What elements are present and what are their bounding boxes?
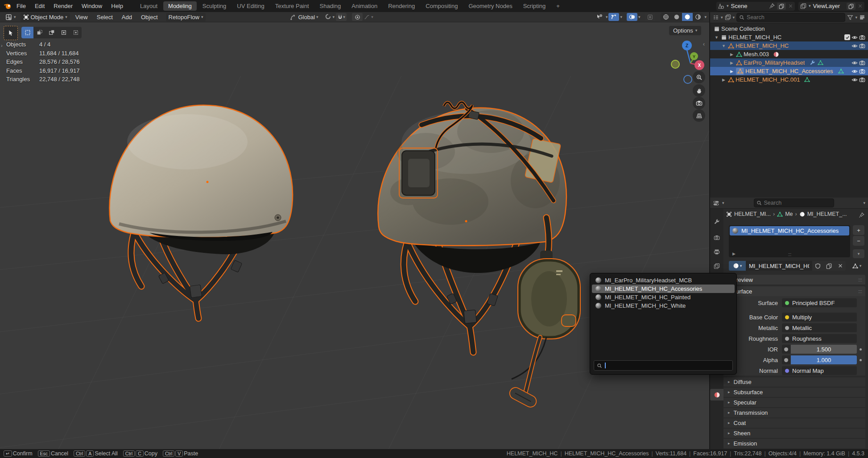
- tab-view-layer[interactable]: [710, 260, 723, 272]
- proportional-editing-toggle[interactable]: [352, 13, 363, 21]
- metallic-input[interactable]: Metallic: [782, 323, 857, 332]
- hide-eye-icon[interactable]: [851, 34, 858, 41]
- ior-slider[interactable]: 1.500: [791, 345, 857, 354]
- popup-item-accessories[interactable]: MI_HELMET_MICH_HC_Accessories: [592, 285, 735, 293]
- outliner-filter-type-icon[interactable]: [725, 14, 731, 21]
- shading-material-preview-button[interactable]: [682, 13, 693, 21]
- viewport-menu-select[interactable]: Select: [93, 13, 116, 21]
- unlink-material-button[interactable]: [835, 261, 846, 271]
- exclude-checkbox[interactable]: [844, 34, 850, 40]
- select-subtract-button[interactable]: [45, 27, 58, 38]
- expander-icon[interactable]: ▼: [714, 35, 719, 40]
- viewlayer-name[interactable]: ViewLayer: [813, 3, 844, 9]
- viewport-menu-add[interactable]: Add: [118, 13, 136, 21]
- tab-material[interactable]: [710, 389, 723, 400]
- add-workspace-button[interactable]: +: [551, 1, 565, 11]
- panel-sheen[interactable]: ▸Sheen: [723, 428, 865, 438]
- material-name-field[interactable]: MI_HELMET_MICH_HC_Accessori...: [746, 261, 812, 271]
- slot-expand-icon[interactable]: ▶: [732, 252, 736, 256]
- retopoflow-menu[interactable]: RetopoFlow ▾: [166, 13, 206, 21]
- material-link-filter-button[interactable]: ▾: [849, 261, 864, 271]
- tab-render[interactable]: [710, 232, 723, 243]
- properties-editor-icon[interactable]: [713, 200, 719, 206]
- orientation-label[interactable]: Global: [298, 14, 315, 21]
- viewport-menu-object[interactable]: Object: [137, 13, 161, 21]
- outliner-row-helmet-accessories-active[interactable]: ▶ HELMET_MICH_HC_Accessories: [710, 67, 868, 75]
- viewport-options-button[interactable]: Options ▾: [669, 26, 701, 35]
- panel-coat[interactable]: ▸Coat: [723, 418, 865, 428]
- chevron-down-icon[interactable]: ▾: [727, 4, 729, 8]
- orthographic-view-button[interactable]: [693, 109, 705, 122]
- camera-view-button[interactable]: [693, 97, 705, 109]
- render-camera-icon[interactable]: [859, 60, 865, 66]
- chevron-down-icon[interactable]: ▾: [721, 16, 723, 20]
- select-extend-button[interactable]: [33, 27, 45, 38]
- new-viewlayer-button[interactable]: [847, 3, 856, 10]
- popup-item-earpro-mcb[interactable]: MI_EarPro_MilitaryHeadset_MCB: [592, 276, 735, 285]
- blender-logo-icon[interactable]: [4, 2, 12, 10]
- duplicate-material-button[interactable]: [823, 261, 835, 271]
- chevron-down-icon[interactable]: ▾: [809, 4, 811, 8]
- outliner-row-object-helmet[interactable]: ▼ HELMET_MICH_HC: [710, 41, 868, 50]
- sidebar-collapse-arrow[interactable]: ‹: [703, 41, 705, 47]
- tab-animation[interactable]: Animation: [347, 1, 382, 11]
- chevron-down-icon[interactable]: ▾: [316, 15, 318, 19]
- alpha-slider[interactable]: 1.000: [791, 355, 857, 364]
- fake-user-button[interactable]: [812, 261, 823, 271]
- scene-icon[interactable]: [718, 3, 724, 9]
- breadcrumb-material[interactable]: MI_HELMET_...: [807, 211, 847, 217]
- hide-eye-icon[interactable]: [851, 68, 858, 74]
- properties-search-input[interactable]: [754, 198, 834, 207]
- active-tool-tweak-button[interactable]: [4, 26, 18, 40]
- normal-input[interactable]: Normal Map: [782, 366, 857, 375]
- surface-shader-selector[interactable]: Principled BSDF: [782, 298, 857, 307]
- outliner-row-earpro-headset[interactable]: ▶ EarPro_MilitaryHeadset: [710, 58, 868, 67]
- outliner-row-collection-helmet[interactable]: ▼ HELMET_MICH_HC: [710, 33, 868, 41]
- remove-viewlayer-icon[interactable]: [858, 4, 863, 8]
- outliner-display-mode-icon[interactable]: [713, 14, 719, 21]
- show-gizmo-object-toggle[interactable]: [594, 13, 605, 21]
- tab-compositing[interactable]: Compositing: [421, 1, 463, 11]
- panel-transmission[interactable]: ▸Transmission: [723, 408, 865, 417]
- menu-file[interactable]: File: [12, 1, 30, 11]
- pin-icon[interactable]: [769, 3, 775, 9]
- tab-scripting[interactable]: Scripting: [518, 1, 551, 11]
- chevron-down-icon[interactable]: ▾: [863, 201, 865, 205]
- tab-geometry-nodes[interactable]: Geometry Nodes: [463, 1, 517, 11]
- tab-texture-paint[interactable]: Texture Paint: [270, 1, 314, 11]
- chevron-down-icon[interactable]: ▾: [855, 16, 857, 20]
- show-gizmos-toggle[interactable]: [608, 13, 619, 21]
- filter-icon[interactable]: [847, 14, 853, 21]
- hide-eye-icon[interactable]: [851, 77, 858, 83]
- tab-modeling[interactable]: Modeling: [163, 1, 197, 11]
- pin-id-icon[interactable]: [859, 212, 864, 218]
- new-scene-button[interactable]: [777, 3, 786, 10]
- expander-icon[interactable]: ▶: [729, 52, 735, 57]
- snapping-toggle[interactable]: ▾: [336, 13, 347, 21]
- chevron-down-icon[interactable]: ▾: [333, 15, 335, 19]
- select-invert-button[interactable]: [58, 27, 70, 38]
- select-box-new-button[interactable]: [21, 27, 33, 38]
- breadcrumb-mesh[interactable]: Me: [785, 211, 793, 217]
- popup-item-painted[interactable]: MI_HELMET_MICH_HC_Painted: [592, 293, 735, 301]
- show-overlays-toggle[interactable]: [627, 13, 637, 21]
- surface-panel-header[interactable]: ▾Surface ::::: [723, 286, 865, 296]
- render-camera-icon[interactable]: [859, 68, 865, 74]
- chevron-down-icon[interactable]: ▾: [722, 201, 724, 205]
- transform-orientation-icon[interactable]: [290, 14, 297, 21]
- helmet-camo-headset-object[interactable]: [355, 85, 598, 413]
- drag-handle-icon[interactable]: ::::: [858, 289, 862, 294]
- outliner-search-input[interactable]: [736, 13, 845, 22]
- slot-specials-button[interactable]: ▾: [853, 249, 864, 258]
- expander-icon[interactable]: ▶: [721, 78, 727, 82]
- menu-help[interactable]: Help: [107, 1, 127, 11]
- shading-wireframe-button[interactable]: [661, 13, 671, 21]
- helmet-white-object[interactable]: [91, 89, 306, 326]
- shading-solid-button[interactable]: [671, 13, 682, 21]
- preview-panel-header[interactable]: ▾Preview ::::: [723, 275, 865, 285]
- tab-rendering[interactable]: Rendering: [383, 1, 420, 11]
- menu-render[interactable]: Render: [50, 1, 77, 11]
- tab-layout[interactable]: Layout: [135, 1, 162, 11]
- select-intersect-button[interactable]: [70, 27, 82, 38]
- outliner-row-mesh-003[interactable]: ▶ Mesh.003: [710, 50, 868, 58]
